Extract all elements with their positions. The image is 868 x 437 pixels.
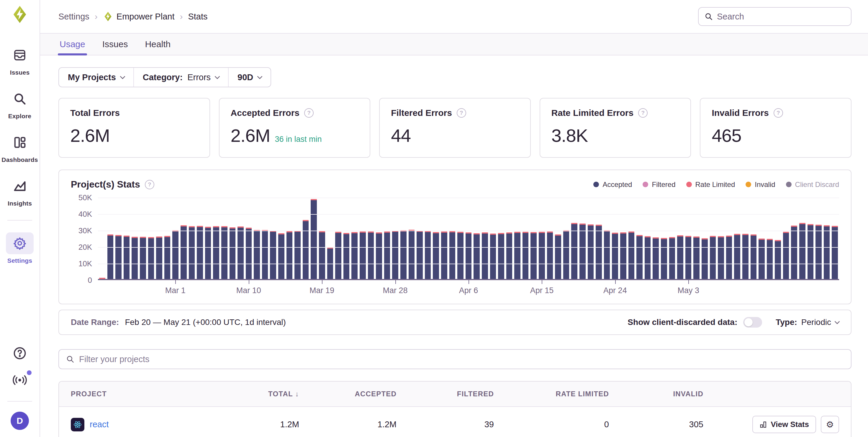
tab-health[interactable]: Health bbox=[145, 34, 170, 55]
broadcast-icon[interactable] bbox=[12, 374, 27, 388]
legend-accepted[interactable]: Accepted bbox=[593, 180, 632, 189]
sidebar-divider bbox=[7, 401, 32, 402]
project-link[interactable]: react bbox=[90, 419, 108, 429]
chart-bar bbox=[376, 232, 382, 279]
chart-bar bbox=[181, 225, 187, 279]
col-rate-limited[interactable]: RATE LIMITED bbox=[494, 390, 609, 398]
col-accepted[interactable]: ACCEPTED bbox=[299, 390, 397, 398]
project-cell: react bbox=[71, 418, 205, 431]
col-invalid[interactable]: INVALID bbox=[609, 390, 703, 398]
help-icon[interactable]: ? bbox=[638, 108, 648, 117]
gear-icon bbox=[6, 232, 34, 254]
chart-bar bbox=[530, 232, 537, 279]
x-tick-label: Apr 15 bbox=[530, 286, 554, 295]
global-search[interactable] bbox=[698, 7, 851, 26]
help-icon[interactable]: ? bbox=[774, 108, 783, 117]
x-tick bbox=[542, 280, 542, 284]
breadcrumb-org[interactable]: Empower Plant bbox=[103, 11, 175, 22]
legend-filtered[interactable]: Filtered bbox=[643, 180, 675, 189]
category-selector[interactable]: Category: Errors bbox=[133, 68, 228, 87]
chart-bar bbox=[620, 232, 626, 279]
chart-bar bbox=[742, 234, 748, 279]
chart-bar bbox=[99, 278, 105, 279]
chart-bar bbox=[783, 232, 789, 279]
y-tick-label: 40K bbox=[79, 210, 92, 219]
chart-bar bbox=[628, 232, 634, 279]
stat-card-note: 36 in last min bbox=[275, 135, 321, 144]
sidebar-item-dashboards[interactable]: Dashboards bbox=[1, 132, 38, 163]
sidebar-item-settings[interactable]: Settings bbox=[6, 232, 34, 264]
period-selector[interactable]: 90D bbox=[228, 68, 271, 87]
chart-bar bbox=[539, 232, 545, 279]
legend-invalid[interactable]: Invalid bbox=[746, 180, 775, 189]
search-input[interactable] bbox=[717, 12, 845, 22]
chart-bar bbox=[156, 236, 162, 279]
chart-bar bbox=[718, 236, 724, 279]
legend-rate-limited[interactable]: Rate Limited bbox=[686, 180, 735, 189]
sidebar-item-insights[interactable]: Insights bbox=[6, 175, 34, 207]
help-icon[interactable]: ? bbox=[457, 108, 466, 117]
y-tick-label: 30K bbox=[79, 226, 92, 235]
chart-bar bbox=[514, 232, 521, 279]
page-content: My Projects Category: Errors 90D Total bbox=[40, 56, 868, 437]
chart-bar bbox=[172, 230, 179, 279]
stat-card-value: 3.8K bbox=[551, 125, 588, 146]
chart-bar bbox=[319, 231, 325, 279]
chart-bar bbox=[384, 232, 390, 279]
project-filter-input[interactable] bbox=[79, 355, 844, 364]
client-discard-toggle[interactable] bbox=[743, 317, 762, 328]
project-settings-button[interactable]: ⚙ bbox=[821, 416, 839, 433]
gridline bbox=[98, 198, 839, 198]
sidebar-item-issues[interactable]: Issues bbox=[6, 44, 34, 76]
projects-selector[interactable]: My Projects bbox=[59, 68, 133, 87]
x-tick-label: Mar 19 bbox=[309, 286, 334, 295]
chart-bar bbox=[669, 237, 675, 279]
legend-dot bbox=[786, 182, 792, 187]
view-stats-button[interactable]: View Stats bbox=[752, 416, 816, 433]
sidebar-item-explore[interactable]: Explore bbox=[6, 88, 34, 120]
breadcrumb: Settings › Empower Plant › Stats bbox=[58, 11, 208, 22]
legend-client-discard[interactable]: Client Discard bbox=[786, 180, 839, 189]
chart-bar bbox=[327, 247, 333, 279]
type-selector[interactable]: Type: Periodic bbox=[776, 317, 839, 327]
col-total[interactable]: TOTAL↓ bbox=[205, 390, 299, 398]
project-stats-chart-panel: Project(s) Stats ? Accepted Filtered bbox=[58, 170, 851, 304]
chart-bar bbox=[368, 232, 374, 279]
gridline bbox=[98, 214, 839, 215]
sidebar-item-label: Dashboards bbox=[1, 156, 38, 163]
chart-bar bbox=[799, 223, 805, 279]
chart-plot-area bbox=[98, 198, 839, 280]
sort-desc-icon: ↓ bbox=[295, 390, 299, 398]
chart-bar bbox=[311, 199, 317, 279]
chart-bar bbox=[164, 236, 170, 279]
project-filter[interactable] bbox=[58, 349, 851, 369]
stat-card-label: Total Errors bbox=[70, 108, 120, 118]
accepted-cell: 1.2M bbox=[299, 419, 397, 429]
col-filtered[interactable]: FILTERED bbox=[397, 390, 494, 398]
stat-card-value: 2.6M bbox=[70, 125, 110, 146]
help-icon[interactable] bbox=[13, 346, 27, 362]
chart-bar bbox=[490, 234, 496, 279]
chart-legend: Accepted Filtered Rate Limited Inva bbox=[593, 180, 839, 189]
breadcrumb-settings[interactable]: Settings bbox=[58, 12, 89, 22]
sidebar: Issues Explore Dashboards bbox=[0, 0, 40, 437]
stat-card-label: Filtered Errors bbox=[391, 108, 452, 118]
notification-dot bbox=[27, 370, 32, 375]
sidebar-bottom: D bbox=[7, 346, 32, 430]
legend-dot bbox=[686, 182, 692, 187]
x-axis: Mar 1Mar 10Mar 19Mar 28Apr 6Apr 15Apr 24… bbox=[98, 280, 839, 297]
stat-card-filtered-errors: Filtered Errors ? 44 bbox=[379, 98, 531, 158]
chart-bar bbox=[685, 236, 691, 279]
tab-issues[interactable]: Issues bbox=[102, 34, 128, 55]
y-tick-label: 10K bbox=[79, 259, 92, 268]
chart-bar bbox=[726, 236, 732, 279]
tab-usage[interactable]: Usage bbox=[60, 34, 85, 55]
chart-bar bbox=[294, 231, 301, 279]
row-actions: View Stats ⚙ bbox=[703, 416, 839, 433]
chart-bars bbox=[98, 198, 839, 279]
help-icon[interactable]: ? bbox=[145, 180, 154, 189]
help-icon[interactable]: ? bbox=[304, 108, 314, 117]
avatar[interactable]: D bbox=[11, 412, 29, 430]
chart-bar bbox=[205, 227, 211, 279]
sentry-logo-icon[interactable] bbox=[11, 5, 29, 25]
